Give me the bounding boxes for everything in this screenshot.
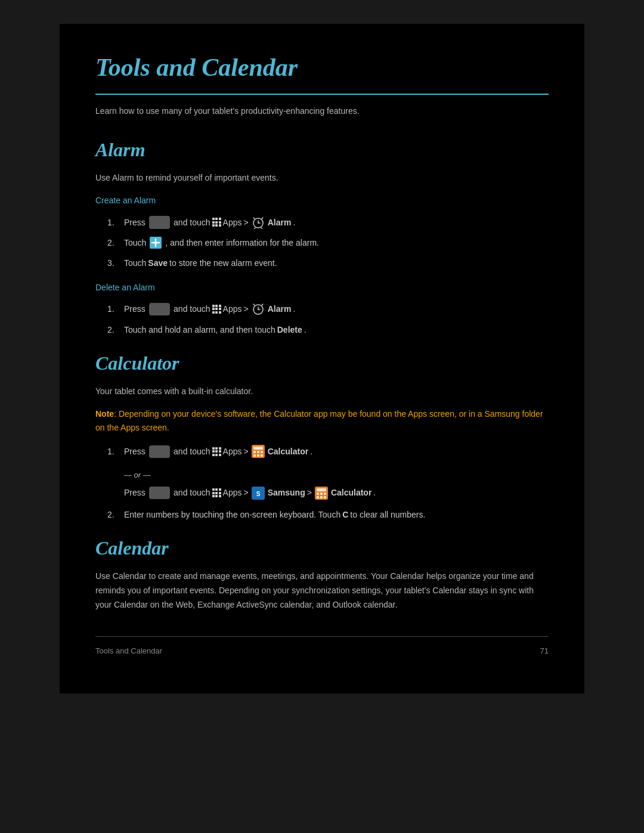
page-footer: Tools and Calendar 71 bbox=[95, 636, 549, 658]
svg-rect-17 bbox=[261, 451, 263, 453]
step-3-rest: to store the new alarm event. bbox=[169, 256, 277, 270]
home-button-c1 bbox=[149, 445, 170, 459]
note-label: Note bbox=[95, 409, 114, 419]
svg-line-11 bbox=[253, 304, 255, 305]
apps-label-s: Apps bbox=[223, 486, 242, 499]
calculator-note: Note: Depending on your device's softwar… bbox=[95, 407, 549, 434]
svg-text:S: S bbox=[256, 491, 260, 497]
calc-step-2: 2. Enter numbers by touching the on-scre… bbox=[107, 508, 549, 521]
and-touch-text-c1: and touch bbox=[174, 445, 210, 458]
chapter-title: Tools and Calendar bbox=[95, 48, 549, 95]
delete-alarm-title: Delete an Alarm bbox=[95, 281, 549, 294]
step-num-3: 3. bbox=[107, 256, 124, 270]
press-line-samsung: Press and touch Apps > S Samsung > bbox=[124, 486, 549, 499]
arrow-1: > bbox=[244, 216, 249, 229]
and-touch-text-d1: and touch bbox=[174, 302, 210, 315]
alarm-section: Alarm Use Alarm to remind yourself of im… bbox=[95, 135, 549, 336]
svg-rect-27 bbox=[324, 493, 326, 495]
apps-label-c1: Apps bbox=[223, 445, 242, 458]
calc-step-num-2: 2. bbox=[107, 508, 124, 521]
period-s: . bbox=[373, 486, 376, 499]
period-1: . bbox=[293, 216, 295, 229]
calc-step-2-text: Enter numbers by touching the on-screen … bbox=[124, 508, 340, 521]
create-step-1: 1. Press and touch Apps > bbox=[107, 216, 549, 229]
calc-step-num-1: 1. bbox=[107, 445, 124, 458]
calculator-icon-1 bbox=[252, 445, 265, 458]
alarm-icon-d1 bbox=[252, 302, 265, 315]
del-step-2-content: Touch and hold an alarm, and then touch … bbox=[124, 323, 306, 336]
svg-rect-25 bbox=[317, 493, 319, 495]
svg-rect-28 bbox=[317, 496, 319, 498]
alarm-section-title: Alarm bbox=[95, 135, 549, 165]
plus-cross-icon bbox=[150, 237, 162, 249]
create-step-2: 2. Touch , and then enter information fo… bbox=[107, 236, 549, 249]
and-touch-text-1: and touch bbox=[174, 216, 210, 229]
press-text-s: Press bbox=[124, 486, 145, 499]
create-step-3: 3. Touch Save to store the new alarm eve… bbox=[107, 256, 549, 270]
alarm-text-1: Alarm bbox=[268, 216, 292, 229]
c-bold: C bbox=[342, 508, 348, 521]
step-2-content: Touch , and then enter information for t… bbox=[124, 236, 319, 249]
calculator-steps: 1. Press and touch Apps > bbox=[107, 445, 549, 458]
svg-rect-20 bbox=[261, 454, 263, 457]
svg-rect-14 bbox=[253, 447, 263, 450]
period-d2: . bbox=[304, 323, 306, 336]
calc-step-2-content: Enter numbers by touching the on-screen … bbox=[124, 508, 425, 521]
calculator-intro: Your tablet comes with a built-in calcul… bbox=[95, 385, 549, 398]
touch-text-2: Touch bbox=[124, 236, 146, 249]
svg-rect-24 bbox=[317, 488, 326, 491]
footer-right: 71 bbox=[540, 645, 549, 658]
calendar-section: Calendar Use Calendar to create and mana… bbox=[95, 533, 549, 612]
del-step-1-content: Press and touch Apps > bbox=[124, 302, 295, 315]
calculator-step-2-list: 2. Enter numbers by touching the on-scre… bbox=[107, 508, 549, 521]
del-step-num-2: 2. bbox=[107, 323, 124, 336]
svg-rect-29 bbox=[320, 496, 323, 498]
press-text-1: Press bbox=[124, 216, 145, 229]
svg-rect-30 bbox=[324, 496, 326, 498]
calculator-text-s: Calculator bbox=[331, 486, 371, 499]
arrow-s2: > bbox=[307, 486, 312, 499]
svg-line-12 bbox=[262, 304, 263, 305]
step-3-content: Touch Save to store the new alarm event. bbox=[124, 256, 277, 270]
calculator-text-c1: Calculator bbox=[268, 445, 308, 458]
alarm-text-d1: Alarm bbox=[268, 302, 292, 315]
svg-rect-16 bbox=[257, 451, 259, 453]
svg-rect-26 bbox=[320, 493, 323, 495]
footer-left: Tools and Calendar bbox=[95, 645, 162, 658]
and-touch-text-s: and touch bbox=[174, 486, 210, 499]
svg-rect-18 bbox=[253, 454, 256, 457]
step-2-rest: , and then enter information for the ala… bbox=[165, 236, 319, 249]
apps-grid-icon-c1 bbox=[212, 447, 221, 456]
samsung-text: Samsung bbox=[268, 486, 305, 499]
calc-step-2-rest: to clear all numbers. bbox=[350, 508, 425, 521]
arrow-d1: > bbox=[244, 302, 249, 315]
step-1-content: Press and touch Apps > bbox=[124, 216, 295, 229]
apps-label-1: Apps bbox=[223, 216, 242, 229]
svg-line-4 bbox=[262, 218, 263, 219]
delete-bold: Delete bbox=[277, 323, 302, 336]
svg-line-3 bbox=[253, 218, 255, 219]
home-button-s bbox=[149, 487, 170, 500]
press-text-d1: Press bbox=[124, 302, 145, 315]
svg-rect-19 bbox=[257, 454, 259, 457]
calc-step-1: 1. Press and touch Apps > bbox=[107, 445, 549, 458]
calendar-section-title: Calendar bbox=[95, 533, 549, 563]
chapter-intro: Learn how to use many of your tablet’s p… bbox=[95, 104, 549, 117]
delete-step-1: 1. Press and touch Apps > bbox=[107, 302, 549, 315]
delete-step-2: 2. Touch and hold an alarm, and then tou… bbox=[107, 323, 549, 336]
step-num-1: 1. bbox=[107, 216, 124, 229]
apps-grid-icon-d1 bbox=[212, 305, 221, 314]
alarm-icon-1 bbox=[252, 216, 265, 229]
apps-label-d1: Apps bbox=[223, 302, 242, 315]
period-d1: . bbox=[293, 302, 295, 315]
home-button-1 bbox=[149, 216, 170, 229]
calendar-intro: Use Calendar to create and manage events… bbox=[95, 569, 549, 612]
period-c1: . bbox=[310, 445, 312, 458]
home-button-d1 bbox=[149, 303, 170, 316]
page-container: Tools and Calendar Learn how to use many… bbox=[60, 24, 584, 693]
create-alarm-steps: 1. Press and touch Apps > bbox=[107, 216, 549, 270]
apps-grid-icon-1 bbox=[212, 218, 221, 227]
samsung-folder-icon: S bbox=[252, 487, 265, 500]
arrow-s: > bbox=[244, 486, 249, 499]
delete-alarm-steps: 1. Press and touch Apps > bbox=[107, 302, 549, 336]
